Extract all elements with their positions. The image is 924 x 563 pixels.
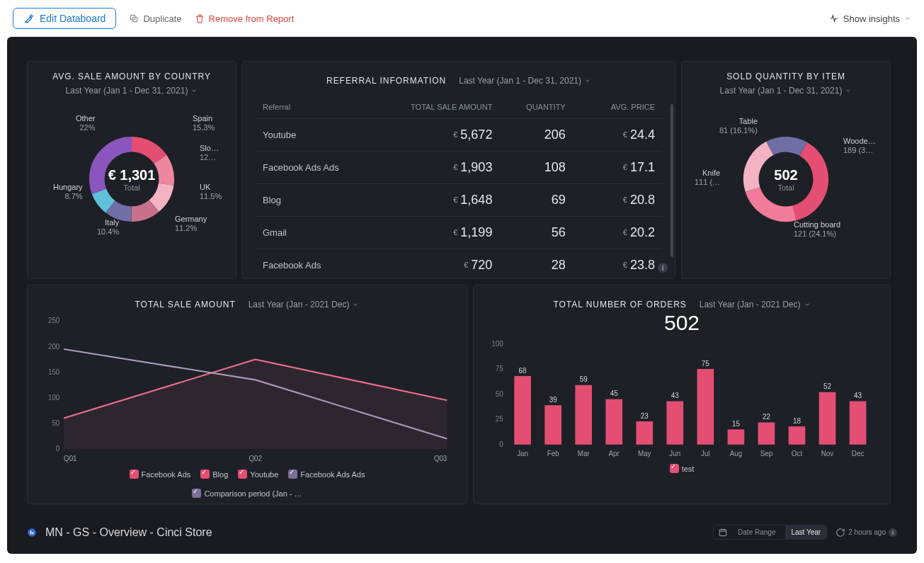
svg-text:Oct: Oct [792, 449, 802, 457]
info-icon[interactable]: i [889, 528, 897, 537]
svg-text:200: 200 [48, 342, 60, 350]
svg-text:Mar: Mar [578, 449, 591, 457]
bar-Nov: 52Nov [819, 382, 836, 457]
svg-text:23: 23 [641, 411, 649, 419]
legend-item-facebook-ads-ads[interactable]: Facebook Ads Ads [288, 470, 365, 479]
cell-referral: Gmail [256, 217, 402, 249]
col-avg-price: AVG. PRICE [573, 96, 662, 119]
col-total: TOTAL SALE AMOUNT [402, 96, 500, 119]
table-row[interactable]: Blog€1,64869€20.8 [256, 184, 662, 217]
bar-May: 23May [636, 411, 653, 457]
svg-rect-67 [719, 529, 726, 535]
svg-text:0: 0 [499, 440, 503, 448]
cell-total: €720 [402, 249, 500, 280]
table-row[interactable]: Gmail€1,19956€20.2 [256, 217, 662, 249]
legend-item-blog[interactable]: Blog [200, 470, 228, 479]
date-range-value: Last Year [785, 525, 826, 539]
info-icon[interactable]: i [658, 263, 668, 273]
card-title: TOTAL NUMBER OF ORDERS [553, 300, 686, 309]
table-header-row: Referral TOTAL SALE AMOUNT QUANTITY AVG.… [256, 96, 662, 119]
chevron-down-icon [584, 77, 591, 84]
svg-text:Aug: Aug [730, 449, 743, 457]
svg-text:75: 75 [496, 365, 503, 373]
svg-text:Sep: Sep [760, 449, 773, 457]
svg-text:22: 22 [763, 413, 770, 421]
remove-from-report-button[interactable]: Remove from Report [195, 13, 295, 24]
show-insights-dropdown[interactable]: Show insights [829, 13, 911, 24]
svg-rect-31 [544, 405, 561, 445]
trash-icon [195, 13, 205, 23]
svg-text:59: 59 [580, 375, 588, 383]
svg-rect-37 [605, 399, 622, 445]
svg-marker-19 [64, 359, 447, 448]
show-insights-label: Show insights [843, 13, 900, 24]
datasource-icon [27, 528, 37, 538]
edit-databoard-label: Edit Databoard [40, 13, 105, 24]
card-sold-qty-by-item: SOLD QUANTITY BY ITEM Last Year (Jan 1 -… [681, 61, 891, 279]
cell-avg: €20.2 [573, 217, 662, 249]
svg-text:Q01: Q01 [64, 454, 77, 462]
cell-qty: 69 [499, 184, 572, 217]
date-range-selector[interactable]: Last Year (Jan 1 - Dec 31, 2021) [459, 76, 591, 86]
bar-Dec: 43Dec [850, 392, 867, 457]
svg-text:May: May [638, 449, 651, 457]
col-referral: Referral [256, 96, 402, 119]
col-quantity: QUANTITY [499, 96, 572, 119]
cell-total: €1,199 [402, 217, 500, 249]
copy-icon [129, 13, 139, 23]
svg-rect-65 [30, 530, 32, 534]
card-title: SOLD QUANTITY BY ITEM [695, 72, 877, 81]
card-avg-sale-by-country: AVG. SALE AMOUNT BY COUNTRY Last Year (J… [27, 61, 236, 279]
bar-Feb: 39Feb [544, 396, 561, 457]
duplicate-button[interactable]: Duplicate [129, 13, 181, 24]
svg-text:52: 52 [823, 382, 831, 390]
date-range-selector[interactable]: Last Year (Jan 1 - Dec 31, 2021) [66, 86, 198, 96]
legend-item-facebook-ads[interactable]: Facebook Ads [130, 470, 191, 479]
svg-text:Feb: Feb [547, 449, 559, 457]
svg-rect-61 [850, 402, 867, 445]
svg-text:75: 75 [702, 359, 709, 367]
table-row[interactable]: Facebook Ads Ads€1,903108€17.1 [256, 152, 662, 184]
bar-Jul: 75Jul [697, 359, 714, 457]
orders-bar-chart: 025507510068Jan39Feb59Mar45Apr23May43Jun… [486, 339, 877, 460]
cell-avg: €24.4 [573, 119, 662, 152]
svg-text:Apr: Apr [609, 449, 620, 457]
cell-referral: Facebook Ads Ads [256, 152, 402, 184]
date-range-label: Date Range [732, 525, 781, 539]
edit-databoard-button[interactable]: Edit Databoard [13, 8, 116, 29]
svg-rect-43 [666, 402, 683, 445]
svg-rect-34 [575, 385, 592, 445]
bar-Aug: 15Aug [728, 420, 745, 457]
date-range-selector[interactable]: Last Year (Jan 1 - Dec 31, 2021) [720, 86, 852, 96]
legend-item-test[interactable]: test [670, 464, 695, 473]
cell-qty: 108 [499, 152, 572, 184]
table-row[interactable]: Youtube€5,672206€24.4 [256, 119, 662, 152]
svg-rect-66 [33, 532, 34, 534]
bar-Jun: 43Jun [666, 392, 683, 457]
cell-qty: 206 [499, 119, 572, 152]
donut-center-value: € 1,301 [108, 167, 156, 183]
bar-Oct: 18Oct [789, 417, 806, 457]
legend-item-comparison[interactable]: Comparison period (Jan - … [40, 489, 454, 498]
chevron-down-icon [904, 15, 911, 22]
card-title: REFERRAL INFORMATION [326, 76, 446, 86]
board-footer: MN - GS - Overview - Cinci Store Date Ra… [27, 512, 897, 540]
svg-text:39: 39 [549, 396, 557, 404]
scrollbar[interactable] [671, 104, 673, 257]
orders-legend: test [486, 464, 877, 473]
date-range-selector[interactable]: Last Year (Jan - 2021 Dec) [249, 300, 360, 309]
svg-text:43: 43 [854, 392, 862, 399]
svg-text:50: 50 [52, 419, 59, 427]
cell-total: €5,672 [402, 119, 500, 152]
bar-Jan: 68Jan [514, 366, 531, 457]
donut-center-label: Total [108, 183, 156, 192]
svg-text:250: 250 [48, 317, 60, 324]
date-range-pill[interactable]: Date Range Last Year [713, 525, 827, 540]
table-row[interactable]: Facebook Ads€72028€23.8 [256, 249, 662, 280]
cell-total: €1,648 [402, 184, 500, 217]
date-range-selector[interactable]: Last Year (Jan - 2021 Dec) [700, 300, 811, 309]
cell-avg: €17.1 [573, 152, 662, 184]
svg-point-64 [28, 528, 36, 537]
svg-text:100: 100 [491, 339, 503, 347]
legend-item-youtube[interactable]: Youtube [238, 470, 278, 479]
